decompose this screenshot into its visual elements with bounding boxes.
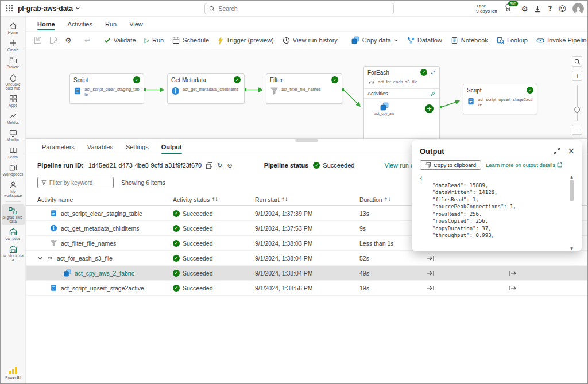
save-button[interactable]: [30, 34, 45, 46]
activity-node-script-clear-staging[interactable]: Script act_script_clear_staging_table: [69, 73, 144, 104]
table-row-selected[interactable]: act_cpy_aws_2_fabric Succeeded 9/1/2024,…: [26, 266, 587, 281]
activity-output-icon[interactable]: [508, 285, 516, 291]
sort-icon[interactable]: [384, 197, 390, 202]
expand-icon[interactable]: [554, 148, 560, 154]
table-row[interactable]: act_for_each_s3_file Succeeded 9/1/2024,…: [26, 251, 587, 266]
capacity-badge-button[interactable]: 300: [504, 3, 515, 14]
download-icon[interactable]: [534, 5, 541, 13]
sidebar-item-pipeline-pl-grab-aws-data[interactable]: pl-grab-aws-data: [2, 204, 25, 225]
validate-check-icon: [104, 37, 111, 44]
dataflow-button[interactable]: Dataflow: [403, 34, 446, 46]
collapse-icon[interactable]: [430, 69, 436, 75]
sidebar-item-monitor[interactable]: Monitor: [2, 127, 25, 143]
validate-button[interactable]: Validate: [100, 34, 140, 46]
scroll-down-icon[interactable]: [570, 246, 573, 250]
activity-name: act_script_upsert_stage2active: [61, 285, 144, 292]
pipeline-settings-button[interactable]: [61, 34, 75, 47]
tab-output[interactable]: Output: [157, 140, 187, 154]
zoom-fit-button[interactable]: [572, 56, 582, 67]
tab-parameters[interactable]: Parameters: [37, 140, 79, 154]
trigger-preview-button[interactable]: Trigger (preview): [214, 34, 278, 46]
invoke-pipeline-button[interactable]: Invoke Pipeline: [532, 34, 588, 46]
activity-node-filter[interactable]: Filter act_filter_file_names: [266, 73, 342, 104]
chevron-expand-icon[interactable]: [37, 255, 43, 261]
zoom-in-button[interactable]: [572, 71, 582, 81]
col-duration[interactable]: Duration: [359, 196, 382, 203]
tab-view[interactable]: View: [123, 18, 149, 30]
search-input[interactable]: [218, 5, 389, 12]
account-avatar[interactable]: [572, 3, 584, 14]
sidebar-item-warehouse-dw-pubs[interactable]: dw_pubs: [2, 226, 25, 242]
refresh-run-button[interactable]: [217, 162, 222, 169]
rail-divider: [6, 201, 21, 202]
help-icon[interactable]: [548, 5, 552, 13]
node-name-label: act_get_metadata_childitems: [183, 87, 239, 92]
zoom-slider-handle[interactable]: [574, 107, 580, 113]
sort-icon[interactable]: [211, 197, 218, 202]
sidebar-item-warehouse-dw-stock-data[interactable]: dw_stock_data: [2, 243, 25, 263]
undo-button[interactable]: [81, 34, 94, 47]
activity-input-icon[interactable]: [427, 255, 435, 261]
pipeline-title-menu[interactable]: pl-grab-aws-data: [18, 5, 80, 13]
sidebar-item-browse[interactable]: Browse: [2, 54, 25, 71]
inner-activity-copy[interactable]: act_cpy_aw: [364, 99, 439, 117]
feedback-icon[interactable]: [558, 5, 566, 13]
app-launcher-button[interactable]: [1, 1, 18, 17]
close-icon[interactable]: [567, 146, 575, 156]
learn-more-link[interactable]: Learn more on output details: [486, 162, 562, 168]
sidebar-item-my-workspace[interactable]: My workspace: [2, 179, 25, 199]
run-button[interactable]: Run: [141, 34, 168, 46]
sidebar-item-metrics[interactable]: Metrics: [2, 110, 25, 126]
notebook-button[interactable]: Notebook: [447, 34, 492, 46]
sidebar-item-apps[interactable]: Apps: [2, 92, 25, 109]
zoom-out-button[interactable]: [572, 125, 582, 135]
success-check-icon: [173, 210, 180, 217]
keyword-filter[interactable]: [37, 177, 114, 188]
copy-run-id-button[interactable]: [206, 162, 212, 169]
table-row[interactable]: act_script_upsert_stage2active Succeeded…: [26, 281, 587, 296]
col-activity-name[interactable]: Activity name: [37, 196, 73, 203]
waffle-icon: [6, 5, 13, 12]
activity-node-script-upsert[interactable]: Script act_script_upsert_stage2active: [463, 84, 537, 114]
panel-resize-handle[interactable]: [295, 139, 318, 142]
sidebar-item-home[interactable]: Home: [2, 20, 25, 36]
copy-to-clipboard-button[interactable]: Copy to clipboard: [420, 160, 481, 170]
global-search[interactable]: [204, 3, 394, 14]
tab-home[interactable]: Home: [32, 18, 61, 30]
tab-run[interactable]: Run: [99, 18, 122, 30]
settings-gear-icon[interactable]: [521, 5, 528, 13]
tab-settings[interactable]: Settings: [121, 140, 153, 154]
activities-section-label: Activities: [368, 91, 388, 96]
keyword-filter-input[interactable]: [49, 180, 110, 186]
sidebar-item-onelake-data-hub[interactable]: OneLake data hub: [2, 71, 25, 92]
add-activity-button[interactable]: [425, 104, 434, 113]
view-run-history-button[interactable]: View run history: [278, 34, 342, 46]
col-run-start[interactable]: Run start: [255, 196, 280, 203]
save-as-button[interactable]: [46, 34, 61, 46]
duration: 52s: [359, 255, 427, 262]
copy-data-button[interactable]: Copy data: [347, 34, 403, 46]
activity-node-get-metadata[interactable]: Get Metadata act_get_metadata_childitems: [167, 73, 245, 104]
activity-node-foreach[interactable]: ForEach act_for_each_s3_file Activities: [363, 66, 440, 141]
lookup-button[interactable]: Lookup: [493, 34, 532, 46]
activity-input-icon[interactable]: [427, 270, 435, 276]
tab-activities[interactable]: Activities: [62, 18, 98, 30]
clock-icon: [283, 37, 290, 44]
zoom-slider[interactable]: [577, 85, 578, 121]
col-activity-status[interactable]: Activity status: [173, 196, 210, 203]
schedule-button[interactable]: Schedule: [168, 34, 213, 46]
output-json-viewer[interactable]: { "dataRead": 15889, "dataWritten": 1412…: [420, 174, 575, 250]
sort-icon[interactable]: [281, 197, 288, 202]
tab-variables[interactable]: Variables: [83, 140, 118, 154]
run-id-label: Pipeline run ID:: [37, 162, 84, 169]
output-scrollbar[interactable]: [568, 174, 575, 250]
edit-pencil-icon[interactable]: [430, 91, 436, 96]
sidebar-item-create[interactable]: Create: [2, 37, 25, 53]
sidebar-item-learn[interactable]: Learn: [2, 144, 25, 161]
activity-input-icon[interactable]: [427, 285, 435, 291]
scrollbar-thumb[interactable]: [570, 180, 574, 201]
cancel-run-button[interactable]: [227, 162, 232, 169]
scroll-up-icon[interactable]: [570, 174, 573, 179]
activity-output-icon[interactable]: [508, 270, 516, 276]
sidebar-item-workspaces[interactable]: Workspaces: [2, 161, 25, 178]
